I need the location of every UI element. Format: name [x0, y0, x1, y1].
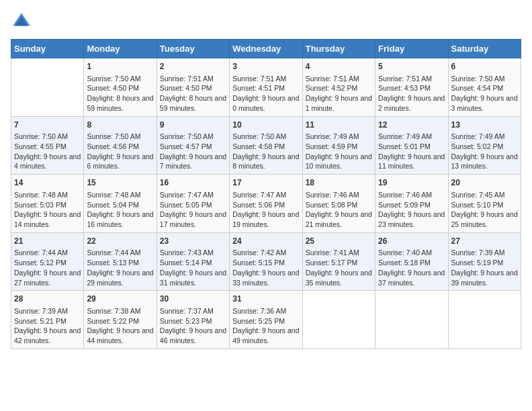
- calendar-cell: [302, 291, 375, 349]
- daylight-text: Daylight: 9 hours and 19 minutes.: [232, 210, 299, 229]
- sunset-text: Sunset: 5:14 PM: [160, 258, 226, 268]
- calendar-cell: [11, 58, 84, 117]
- weekday-row: SundayMondayTuesdayWednesdayThursdayFrid…: [11, 40, 521, 58]
- sunset-text: Sunset: 4:54 PM: [451, 83, 518, 93]
- sunset-text: Sunset: 5:01 PM: [378, 142, 445, 152]
- logo: [11, 11, 35, 32]
- calendar-cell: 15Sunrise: 7:48 AMSunset: 5:04 PMDayligh…: [84, 175, 157, 233]
- sunrise-text: Sunrise: 7:47 AM: [232, 190, 299, 200]
- calendar-cell: 21Sunrise: 7:44 AMSunset: 5:12 PMDayligh…: [11, 232, 84, 291]
- sunrise-text: Sunrise: 7:49 AM: [451, 132, 518, 142]
- daylight-text: Daylight: 9 hours and 42 minutes.: [14, 326, 81, 345]
- day-number: 3: [232, 61, 299, 73]
- sunrise-text: Sunrise: 7:39 AM: [451, 248, 518, 258]
- sunset-text: Sunset: 5:23 PM: [160, 316, 226, 326]
- day-number: 20: [451, 177, 518, 189]
- calendar-cell: 7Sunrise: 7:50 AMSunset: 4:55 PMDaylight…: [11, 116, 84, 175]
- day-number: 24: [232, 236, 299, 247]
- sunrise-text: Sunrise: 7:45 AM: [451, 190, 518, 200]
- calendar-week-row: 1Sunrise: 7:50 AMSunset: 4:50 PMDaylight…: [11, 58, 521, 117]
- day-number: 1: [87, 61, 153, 73]
- day-number: 13: [451, 120, 518, 131]
- calendar-cell: 10Sunrise: 7:50 AMSunset: 4:58 PMDayligh…: [230, 116, 302, 175]
- daylight-text: Daylight: 9 hours and 10 minutes.: [306, 152, 372, 171]
- calendar-cell: 8Sunrise: 7:50 AMSunset: 4:56 PMDaylight…: [84, 116, 157, 175]
- calendar-week-row: 28Sunrise: 7:39 AMSunset: 5:21 PMDayligh…: [11, 291, 521, 349]
- sunset-text: Sunset: 5:05 PM: [160, 200, 226, 210]
- daylight-text: Daylight: 9 hours and 4 minutes.: [14, 152, 81, 171]
- calendar-cell: [375, 291, 448, 349]
- sunrise-text: Sunrise: 7:36 AM: [232, 306, 299, 316]
- calendar-cell: 1Sunrise: 7:50 AMSunset: 4:50 PMDaylight…: [84, 58, 157, 117]
- sunrise-text: Sunrise: 7:50 AM: [451, 74, 518, 84]
- sunset-text: Sunset: 5:18 PM: [378, 258, 445, 268]
- calendar-cell: 12Sunrise: 7:49 AMSunset: 5:01 PMDayligh…: [375, 116, 448, 175]
- sunrise-text: Sunrise: 7:44 AM: [87, 248, 153, 258]
- sunrise-text: Sunrise: 7:51 AM: [378, 74, 445, 84]
- calendar-week-row: 7Sunrise: 7:50 AMSunset: 4:55 PMDaylight…: [11, 116, 521, 175]
- calendar-cell: 19Sunrise: 7:46 AMSunset: 5:09 PMDayligh…: [375, 175, 448, 233]
- sunrise-text: Sunrise: 7:50 AM: [232, 132, 299, 142]
- daylight-text: Daylight: 9 hours and 1 minute.: [306, 93, 372, 113]
- sunset-text: Sunset: 5:22 PM: [87, 316, 153, 326]
- calendar-body: 1Sunrise: 7:50 AMSunset: 4:50 PMDaylight…: [11, 58, 521, 349]
- sunrise-text: Sunrise: 7:51 AM: [306, 74, 372, 84]
- sunrise-text: Sunrise: 7:48 AM: [14, 190, 81, 200]
- sunset-text: Sunset: 5:06 PM: [232, 200, 299, 210]
- sunset-text: Sunset: 4:55 PM: [14, 142, 81, 152]
- sunset-text: Sunset: 5:25 PM: [232, 316, 299, 326]
- day-number: 28: [14, 293, 81, 305]
- day-number: 31: [232, 293, 299, 305]
- calendar-cell: [448, 291, 521, 349]
- day-number: 2: [160, 61, 226, 73]
- daylight-text: Daylight: 9 hours and 27 minutes.: [14, 268, 81, 287]
- page-header: [11, 11, 521, 32]
- calendar-cell: 28Sunrise: 7:39 AMSunset: 5:21 PMDayligh…: [11, 291, 84, 349]
- calendar-cell: 9Sunrise: 7:50 AMSunset: 4:57 PMDaylight…: [157, 116, 229, 175]
- logo-icon: [11, 11, 32, 32]
- sunset-text: Sunset: 5:15 PM: [232, 258, 299, 268]
- daylight-text: Daylight: 9 hours and 44 minutes.: [87, 326, 153, 345]
- calendar-cell: 4Sunrise: 7:51 AMSunset: 4:52 PMDaylight…: [302, 58, 375, 117]
- daylight-text: Daylight: 9 hours and 8 minutes.: [232, 152, 299, 171]
- calendar-cell: 24Sunrise: 7:42 AMSunset: 5:15 PMDayligh…: [230, 232, 302, 291]
- calendar-cell: 25Sunrise: 7:41 AMSunset: 5:17 PMDayligh…: [302, 232, 375, 291]
- sunset-text: Sunset: 5:09 PM: [378, 200, 445, 210]
- sunset-text: Sunset: 5:17 PM: [306, 258, 372, 268]
- calendar-cell: 27Sunrise: 7:39 AMSunset: 5:19 PMDayligh…: [448, 232, 521, 291]
- calendar-cell: 6Sunrise: 7:50 AMSunset: 4:54 PMDaylight…: [448, 58, 521, 117]
- sunrise-text: Sunrise: 7:46 AM: [306, 190, 372, 200]
- day-number: 26: [378, 236, 445, 247]
- sunset-text: Sunset: 5:19 PM: [451, 258, 518, 268]
- calendar-cell: 14Sunrise: 7:48 AMSunset: 5:03 PMDayligh…: [11, 175, 84, 233]
- daylight-text: Daylight: 9 hours and 11 minutes.: [378, 152, 445, 171]
- day-number: 30: [160, 293, 226, 305]
- day-number: 8: [87, 120, 153, 131]
- sunrise-text: Sunrise: 7:46 AM: [378, 190, 445, 200]
- weekday-header: Sunday: [11, 40, 84, 58]
- daylight-text: Daylight: 9 hours and 35 minutes.: [306, 268, 372, 287]
- daylight-text: Daylight: 9 hours and 31 minutes.: [160, 268, 226, 287]
- daylight-text: Daylight: 9 hours and 16 minutes.: [87, 210, 153, 229]
- calendar-cell: 17Sunrise: 7:47 AMSunset: 5:06 PMDayligh…: [230, 175, 302, 233]
- sunset-text: Sunset: 4:50 PM: [87, 83, 153, 93]
- daylight-text: Daylight: 9 hours and 13 minutes.: [451, 152, 518, 171]
- daylight-text: Daylight: 9 hours and 39 minutes.: [451, 268, 518, 287]
- calendar-cell: 18Sunrise: 7:46 AMSunset: 5:08 PMDayligh…: [302, 175, 375, 233]
- sunset-text: Sunset: 4:56 PM: [87, 142, 153, 152]
- day-number: 4: [306, 61, 372, 73]
- day-number: 5: [378, 61, 445, 73]
- day-number: 23: [160, 236, 226, 247]
- calendar-week-row: 14Sunrise: 7:48 AMSunset: 5:03 PMDayligh…: [11, 175, 521, 233]
- daylight-text: Daylight: 9 hours and 0 minutes.: [232, 93, 299, 113]
- weekday-header: Thursday: [302, 40, 375, 58]
- sunset-text: Sunset: 5:03 PM: [14, 200, 81, 210]
- daylight-text: Daylight: 9 hours and 3 minutes.: [451, 93, 518, 113]
- day-number: 10: [232, 120, 299, 131]
- day-number: 15: [87, 177, 153, 189]
- weekday-header: Monday: [84, 40, 157, 58]
- day-number: 9: [160, 120, 226, 131]
- day-number: 29: [87, 293, 153, 305]
- weekday-header: Wednesday: [230, 40, 302, 58]
- sunrise-text: Sunrise: 7:50 AM: [87, 74, 153, 84]
